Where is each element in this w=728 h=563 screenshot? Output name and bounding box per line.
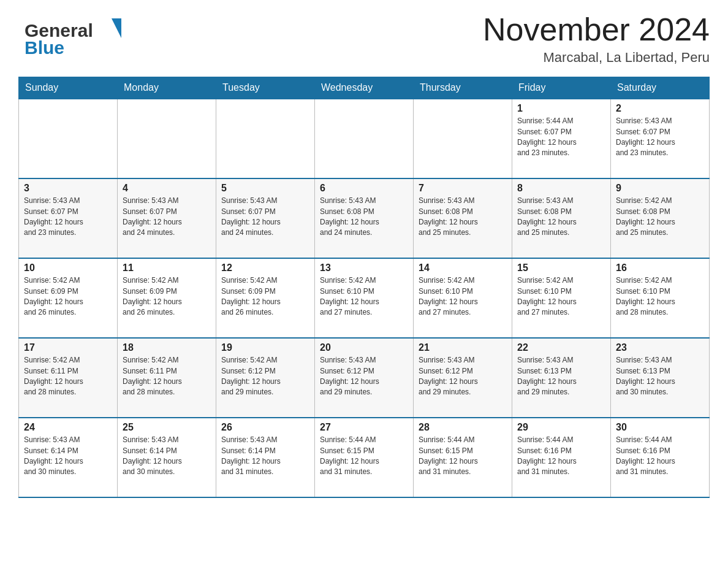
day-number: 13 — [320, 262, 408, 274]
day-info: Sunrise: 5:44 AMSunset: 6:16 PMDaylight:… — [517, 435, 605, 478]
svg-text:Blue: Blue — [25, 37, 64, 58]
calendar-cell: 4Sunrise: 5:43 AMSunset: 6:07 PMDaylight… — [118, 178, 216, 258]
day-info: Sunrise: 5:42 AMSunset: 6:10 PMDaylight:… — [419, 275, 507, 318]
calendar-cell: 9Sunrise: 5:42 AMSunset: 6:08 PMDaylight… — [611, 178, 710, 258]
day-number: 26 — [221, 422, 309, 433]
calendar-cell: 29Sunrise: 5:44 AMSunset: 6:16 PMDayligh… — [512, 418, 611, 497]
day-info: Sunrise: 5:42 AMSunset: 6:09 PMDaylight:… — [221, 275, 309, 318]
day-number: 19 — [221, 342, 309, 353]
calendar-cell: 3Sunrise: 5:43 AMSunset: 6:07 PMDaylight… — [19, 178, 118, 258]
day-info: Sunrise: 5:43 AMSunset: 6:08 PMDaylight:… — [517, 196, 605, 239]
calendar-cell — [19, 99, 118, 178]
day-number: 29 — [517, 422, 605, 433]
header: General Blue November 2024 Marcabal, La … — [18, 12, 710, 66]
day-number: 21 — [419, 342, 507, 353]
calendar-cell: 8Sunrise: 5:43 AMSunset: 6:08 PMDaylight… — [512, 178, 611, 258]
title-area: November 2024 Marcabal, La Libertad, Per… — [483, 12, 710, 66]
calendar-cell: 12Sunrise: 5:42 AMSunset: 6:09 PMDayligh… — [216, 258, 315, 338]
day-number: 8 — [517, 183, 605, 194]
calendar-table: Sunday Monday Tuesday Wednesday Thursday… — [18, 77, 710, 498]
calendar-cell: 13Sunrise: 5:42 AMSunset: 6:10 PMDayligh… — [315, 258, 414, 338]
day-number: 11 — [123, 262, 211, 274]
day-info: Sunrise: 5:43 AMSunset: 6:08 PMDaylight:… — [320, 196, 408, 239]
day-number: 24 — [24, 422, 112, 433]
calendar-cell: 25Sunrise: 5:43 AMSunset: 6:14 PMDayligh… — [118, 418, 216, 497]
header-monday: Monday — [118, 77, 216, 99]
day-number: 12 — [221, 262, 309, 274]
day-headers-row: Sunday Monday Tuesday Wednesday Thursday… — [19, 77, 710, 99]
day-number: 15 — [517, 262, 605, 274]
day-number: 6 — [320, 183, 408, 194]
calendar-cell: 11Sunrise: 5:42 AMSunset: 6:09 PMDayligh… — [118, 258, 216, 338]
day-number: 14 — [419, 262, 507, 274]
header-friday: Friday — [512, 77, 611, 99]
header-tuesday: Tuesday — [216, 77, 315, 99]
calendar-header: Sunday Monday Tuesday Wednesday Thursday… — [19, 77, 710, 99]
day-info: Sunrise: 5:42 AMSunset: 6:11 PMDaylight:… — [123, 355, 211, 398]
day-info: Sunrise: 5:43 AMSunset: 6:14 PMDaylight:… — [123, 435, 211, 478]
day-info: Sunrise: 5:42 AMSunset: 6:08 PMDaylight:… — [616, 196, 704, 239]
calendar-cell: 18Sunrise: 5:42 AMSunset: 6:11 PMDayligh… — [118, 338, 216, 418]
day-info: Sunrise: 5:43 AMSunset: 6:07 PMDaylight:… — [221, 196, 309, 239]
day-info: Sunrise: 5:42 AMSunset: 6:09 PMDaylight:… — [123, 275, 211, 318]
calendar-cell: 16Sunrise: 5:42 AMSunset: 6:10 PMDayligh… — [611, 258, 710, 338]
day-number: 23 — [616, 342, 704, 353]
calendar-cell: 28Sunrise: 5:44 AMSunset: 6:15 PMDayligh… — [414, 418, 512, 497]
day-number: 18 — [123, 342, 211, 353]
calendar-cell: 14Sunrise: 5:42 AMSunset: 6:10 PMDayligh… — [414, 258, 512, 338]
header-saturday: Saturday — [611, 77, 710, 99]
day-info: Sunrise: 5:43 AMSunset: 6:07 PMDaylight:… — [123, 196, 211, 239]
day-info: Sunrise: 5:43 AMSunset: 6:12 PMDaylight:… — [419, 355, 507, 398]
calendar-cell: 15Sunrise: 5:42 AMSunset: 6:10 PMDayligh… — [512, 258, 611, 338]
day-info: Sunrise: 5:44 AMSunset: 6:15 PMDaylight:… — [419, 435, 507, 478]
svg-marker-1 — [112, 18, 121, 38]
calendar-week-1: 1Sunrise: 5:44 AMSunset: 6:07 PMDaylight… — [19, 99, 710, 178]
calendar-week-3: 10Sunrise: 5:42 AMSunset: 6:09 PMDayligh… — [19, 258, 710, 338]
day-info: Sunrise: 5:43 AMSunset: 6:13 PMDaylight:… — [616, 355, 704, 398]
day-info: Sunrise: 5:44 AMSunset: 6:07 PMDaylight:… — [517, 116, 605, 159]
header-sunday: Sunday — [19, 77, 118, 99]
calendar-week-5: 24Sunrise: 5:43 AMSunset: 6:14 PMDayligh… — [19, 418, 710, 497]
day-number: 30 — [616, 422, 704, 433]
calendar-cell: 23Sunrise: 5:43 AMSunset: 6:13 PMDayligh… — [611, 338, 710, 418]
calendar-cell: 24Sunrise: 5:43 AMSunset: 6:14 PMDayligh… — [19, 418, 118, 497]
calendar-cell — [414, 99, 512, 178]
day-number: 7 — [419, 183, 507, 194]
day-info: Sunrise: 5:42 AMSunset: 6:12 PMDaylight:… — [221, 355, 309, 398]
day-info: Sunrise: 5:44 AMSunset: 6:16 PMDaylight:… — [616, 435, 704, 478]
day-number: 10 — [24, 262, 112, 274]
calendar-cell — [315, 99, 414, 178]
logo-svg: General Blue — [18, 12, 135, 61]
day-info: Sunrise: 5:43 AMSunset: 6:13 PMDaylight:… — [517, 355, 605, 398]
header-wednesday: Wednesday — [315, 77, 414, 99]
day-number: 22 — [517, 342, 605, 353]
calendar-week-2: 3Sunrise: 5:43 AMSunset: 6:07 PMDaylight… — [19, 178, 710, 258]
calendar-cell: 20Sunrise: 5:43 AMSunset: 6:12 PMDayligh… — [315, 338, 414, 418]
calendar-cell — [118, 99, 216, 178]
day-info: Sunrise: 5:42 AMSunset: 6:11 PMDaylight:… — [24, 355, 112, 398]
calendar-cell: 7Sunrise: 5:43 AMSunset: 6:08 PMDaylight… — [414, 178, 512, 258]
day-info: Sunrise: 5:43 AMSunset: 6:07 PMDaylight:… — [616, 116, 704, 159]
day-number: 27 — [320, 422, 408, 433]
calendar-cell: 22Sunrise: 5:43 AMSunset: 6:13 PMDayligh… — [512, 338, 611, 418]
day-number: 4 — [123, 183, 211, 194]
day-number: 9 — [616, 183, 704, 194]
day-number: 16 — [616, 262, 704, 274]
logo: General Blue — [18, 12, 135, 64]
location-subtitle: Marcabal, La Libertad, Peru — [483, 50, 710, 66]
day-info: Sunrise: 5:42 AMSunset: 6:10 PMDaylight:… — [517, 275, 605, 318]
calendar-cell: 30Sunrise: 5:44 AMSunset: 6:16 PMDayligh… — [611, 418, 710, 497]
day-info: Sunrise: 5:44 AMSunset: 6:15 PMDaylight:… — [320, 435, 408, 478]
calendar-cell: 21Sunrise: 5:43 AMSunset: 6:12 PMDayligh… — [414, 338, 512, 418]
day-info: Sunrise: 5:42 AMSunset: 6:09 PMDaylight:… — [24, 275, 112, 318]
day-number: 2 — [616, 103, 704, 114]
day-number: 25 — [123, 422, 211, 433]
day-number: 17 — [24, 342, 112, 353]
calendar-cell: 2Sunrise: 5:43 AMSunset: 6:07 PMDaylight… — [611, 99, 710, 178]
day-number: 1 — [517, 103, 605, 114]
calendar-cell: 17Sunrise: 5:42 AMSunset: 6:11 PMDayligh… — [19, 338, 118, 418]
calendar-body: 1Sunrise: 5:44 AMSunset: 6:07 PMDaylight… — [19, 99, 710, 497]
day-info: Sunrise: 5:43 AMSunset: 6:08 PMDaylight:… — [419, 196, 507, 239]
day-info: Sunrise: 5:43 AMSunset: 6:12 PMDaylight:… — [320, 355, 408, 398]
calendar-cell: 19Sunrise: 5:42 AMSunset: 6:12 PMDayligh… — [216, 338, 315, 418]
